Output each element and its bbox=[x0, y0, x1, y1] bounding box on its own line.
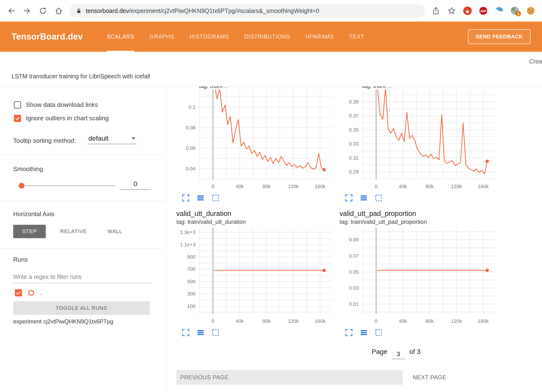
chart-plot[interactable]: 0.090.070.050.030.01040k80k120k160k bbox=[338, 228, 496, 325]
toggle-all-runs-button[interactable]: TOGGLE ALL RUNS bbox=[13, 301, 150, 315]
tooltip-sorting-value: default bbox=[88, 135, 109, 142]
chart-tag: tag: train/valid_utt_pad_proportion bbox=[340, 219, 496, 225]
runs-menu-icon[interactable] bbox=[196, 329, 205, 337]
svg-text:0.01: 0.01 bbox=[349, 301, 359, 307]
runs-menu-icon[interactable] bbox=[360, 194, 368, 202]
svg-text:0.05: 0.05 bbox=[349, 269, 359, 275]
fit-domain-icon[interactable] bbox=[375, 194, 383, 202]
next-page-button[interactable]: NEXT PAGE bbox=[408, 370, 451, 385]
page-number-input[interactable] bbox=[392, 350, 405, 359]
fit-domain-icon[interactable] bbox=[375, 329, 383, 337]
chart-card-top-left: tag: train/… 0.10.080.060.04040k80k120k1… bbox=[175, 86, 333, 202]
forward-button[interactable] bbox=[22, 6, 32, 16]
profile-extension-icon[interactable]: 1 bbox=[510, 6, 520, 16]
main-nav: SCALARS GRAPHS HISTOGRAMS DISTRIBUTIONS … bbox=[107, 22, 364, 52]
address-bar[interactable]: tensorboard.dev/experiment/cj2vtPiwQHKN9… bbox=[69, 4, 425, 17]
svg-text:120k: 120k bbox=[451, 184, 462, 189]
runs-menu-icon[interactable] bbox=[360, 329, 368, 337]
check-icon bbox=[16, 290, 21, 296]
fullscreen-icon[interactable] bbox=[182, 329, 190, 337]
axis-wall-button[interactable]: WALL bbox=[101, 225, 128, 238]
smoothing-label: Smoothing bbox=[13, 165, 43, 173]
tab-text[interactable]: TEXT bbox=[349, 22, 364, 52]
tab-scalars[interactable]: SCALARS bbox=[107, 22, 134, 52]
svg-text:80k: 80k bbox=[262, 184, 271, 189]
svg-text:0: 0 bbox=[375, 184, 378, 189]
smoothing-value-input[interactable]: 0 bbox=[120, 180, 151, 190]
smoothing-slider-thumb[interactable] bbox=[19, 183, 24, 189]
fullscreen-icon[interactable] bbox=[345, 194, 353, 202]
home-icon bbox=[54, 6, 63, 15]
cookie-extension-icon[interactable] bbox=[526, 6, 536, 16]
svg-text:120k: 120k bbox=[451, 318, 462, 324]
send-feedback-button[interactable]: SEND FEEDBACK bbox=[468, 29, 530, 44]
reload-icon bbox=[39, 6, 47, 15]
svg-text:0.03: 0.03 bbox=[349, 285, 359, 291]
back-arrow-icon bbox=[7, 6, 16, 15]
divider bbox=[0, 201, 166, 201]
svg-text:160k: 160k bbox=[315, 184, 326, 189]
run-checkbox[interactable] bbox=[15, 289, 22, 296]
svg-text:0.1: 0.1 bbox=[189, 104, 196, 110]
show-download-row: Show data download links bbox=[14, 101, 98, 109]
svg-text:120k: 120k bbox=[288, 184, 299, 189]
tab-distributions[interactable]: DISTRIBUTIONS bbox=[244, 22, 290, 52]
ignore-outliers-checkbox[interactable] bbox=[14, 115, 21, 122]
chart-card-valid-utt-duration: valid_utt_duration tag: train/valid_utt_… bbox=[175, 210, 333, 337]
chart-card-top-right: tag: train/… 0.390.370.350.330.310.29040… bbox=[338, 86, 496, 202]
previous-page-button[interactable]: PREVIOUS PAGE bbox=[176, 370, 403, 385]
browser-toolbar: tensorboard.dev/experiment/cj2vtPiwQHKN9… bbox=[0, 0, 542, 22]
svg-text:0.08: 0.08 bbox=[186, 125, 196, 130]
tab-histograms[interactable]: HISTOGRAMS bbox=[190, 22, 229, 52]
bookmark-button[interactable] bbox=[447, 6, 457, 16]
axis-step-button[interactable]: STEP bbox=[13, 225, 46, 238]
tooltip-sorting-row: Tooltip sorting method: bbox=[13, 137, 76, 144]
lock-icon bbox=[76, 8, 82, 14]
fit-domain-icon[interactable] bbox=[211, 329, 219, 337]
tab-graphs[interactable]: GRAPHS bbox=[150, 22, 174, 52]
forward-arrow-icon bbox=[23, 6, 31, 15]
svg-text:0.39: 0.39 bbox=[349, 99, 359, 104]
svg-text:0.31: 0.31 bbox=[349, 155, 359, 161]
runs-menu-icon[interactable] bbox=[196, 194, 205, 202]
tooltip-sorting-select[interactable]: default bbox=[87, 134, 137, 144]
svg-text:0.04: 0.04 bbox=[186, 166, 196, 171]
axis-relative-button[interactable]: RELATIVE bbox=[54, 225, 93, 238]
chart-plot[interactable]: 1.3e+31.1e+3900700500300100040k80k120k16… bbox=[175, 228, 333, 325]
adblock-extension-icon[interactable] bbox=[462, 6, 473, 16]
share-button[interactable] bbox=[431, 6, 441, 16]
divider bbox=[0, 248, 166, 249]
chart-tag-clipped: tag: train/… bbox=[338, 86, 496, 90]
app-header: TensorBoard.dev SCALARS GRAPHS HISTOGRAM… bbox=[0, 22, 542, 52]
tab-hparams[interactable]: HPARAMS bbox=[305, 22, 334, 52]
svg-text:1.1e+3: 1.1e+3 bbox=[180, 242, 196, 247]
chart-plot[interactable]: 0.10.080.060.04040k80k120k160k bbox=[175, 90, 333, 190]
fit-domain-icon[interactable] bbox=[211, 194, 219, 202]
svg-text:0.06: 0.06 bbox=[186, 145, 196, 151]
abp-extension-icon[interactable]: ABP bbox=[478, 6, 488, 16]
check-icon bbox=[15, 115, 20, 121]
svg-text:0.07: 0.07 bbox=[349, 253, 359, 259]
svg-text:80k: 80k bbox=[426, 184, 434, 189]
show-download-checkbox[interactable] bbox=[14, 101, 21, 109]
back-button[interactable] bbox=[6, 6, 16, 16]
fullscreen-icon[interactable] bbox=[345, 329, 353, 337]
svg-text:40k: 40k bbox=[236, 184, 244, 189]
smoothing-slider[interactable] bbox=[20, 185, 115, 186]
show-download-label: Show data download links bbox=[26, 101, 98, 109]
ignore-outliers-label: Ignore outliers in chart scaling bbox=[26, 115, 109, 122]
ignore-outliers-row: Ignore outliers in chart scaling bbox=[14, 115, 109, 122]
home-button[interactable] bbox=[54, 6, 64, 16]
chart-plot[interactable]: 0.390.370.350.330.310.29040k80k120k160k bbox=[338, 90, 496, 190]
runs-filter-input[interactable] bbox=[13, 271, 152, 283]
svg-text:120k: 120k bbox=[288, 318, 299, 324]
reload-button[interactable] bbox=[38, 6, 48, 16]
chart-title: valid_utt_duration bbox=[176, 210, 333, 218]
blue-extension-icon[interactable] bbox=[494, 6, 504, 16]
divider bbox=[0, 155, 166, 155]
app-logo: TensorBoard.dev bbox=[12, 32, 83, 42]
svg-text:40k: 40k bbox=[399, 184, 407, 189]
fullscreen-icon[interactable] bbox=[182, 194, 190, 202]
chart-toolbar bbox=[182, 329, 333, 337]
experiment-description: LSTM transducer training for LibriSpeech… bbox=[12, 73, 150, 80]
